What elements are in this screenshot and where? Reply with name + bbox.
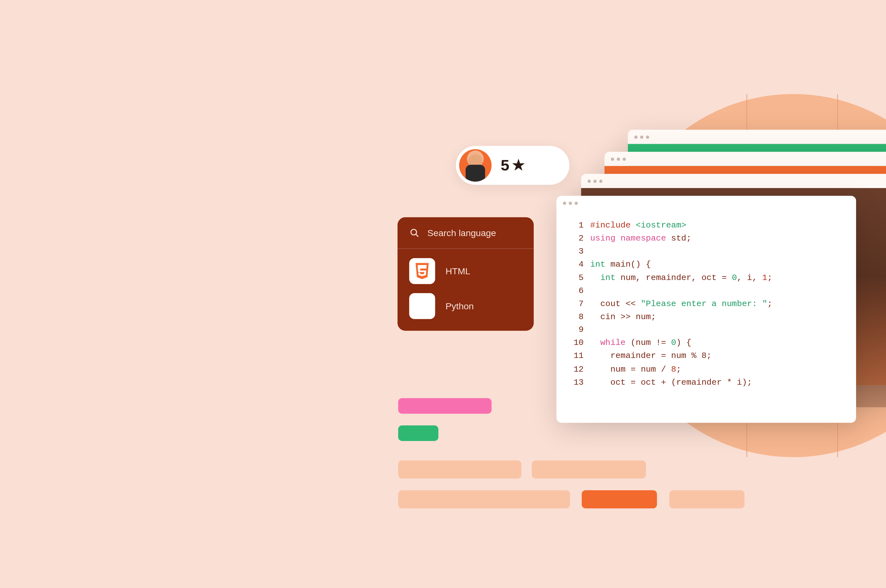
window-titlebar xyxy=(628,130,886,144)
code-line: 1#include <iostream> xyxy=(568,219,844,232)
rating-pill: 5 ★ xyxy=(456,146,570,185)
line-number: 3 xyxy=(568,245,584,258)
code-line-content: oct = oct + (remainder * i); xyxy=(590,376,752,389)
line-number: 12 xyxy=(568,363,584,376)
window-titlebar xyxy=(556,196,856,210)
line-number: 13 xyxy=(568,376,584,389)
rating-score: 5 xyxy=(501,156,509,174)
code-line-content: #include <iostream> xyxy=(590,219,686,232)
decorative-bar xyxy=(398,490,570,508)
code-editor-window: 1#include <iostream>2using namespace std… xyxy=(556,196,856,423)
code-line-content: int main() { xyxy=(590,258,651,272)
line-number: 8 xyxy=(568,310,584,324)
rating-value: 5 ★ xyxy=(501,156,525,174)
line-number: 2 xyxy=(568,232,584,245)
line-number: 6 xyxy=(568,285,584,297)
line-number: 10 xyxy=(568,337,584,350)
window-titlebar xyxy=(604,152,886,166)
decorative-bar xyxy=(582,490,657,508)
decorative-bar xyxy=(532,460,646,478)
code-line-content: cout << "Please enter a number: "; xyxy=(590,297,772,310)
search-icon xyxy=(409,228,420,238)
decorative-bar xyxy=(398,398,491,414)
code-line: 10 while (num != 0) { xyxy=(568,337,844,350)
code-line-content: cin >> num; xyxy=(590,310,656,324)
decorative-bar xyxy=(669,490,744,508)
star-icon: ★ xyxy=(512,157,525,174)
code-line: 6 xyxy=(568,285,844,297)
decorative-bar xyxy=(398,425,438,441)
code-line-content: remainder = num % 8; xyxy=(590,350,712,363)
svg-line-1 xyxy=(416,234,418,236)
code-line-content: while (num != 0) { xyxy=(590,337,691,350)
code-line-content: using namespace std; xyxy=(590,232,691,245)
code-line: 12 num = num / 8; xyxy=(568,363,844,376)
code-line-content: int num, remainder, oct = 0, i, 1; xyxy=(590,272,772,285)
code-line-content: num = num / 8; xyxy=(590,363,681,376)
code-line: 11 remainder = num % 8; xyxy=(568,350,844,363)
decorative-bar xyxy=(398,460,521,478)
line-number: 7 xyxy=(568,297,584,310)
code-line: 5 int num, remainder, oct = 0, i, 1; xyxy=(568,272,844,285)
search-input[interactable]: Search language xyxy=(398,218,534,249)
line-number: 11 xyxy=(568,350,584,363)
language-label: Python xyxy=(446,301,474,312)
code-line: 4int main() { xyxy=(568,258,844,272)
avatar xyxy=(459,149,492,182)
language-item-python[interactable]: Python xyxy=(398,284,534,319)
line-number: 4 xyxy=(568,258,584,272)
language-label: HTML xyxy=(446,266,470,276)
code-line: 2using namespace std; xyxy=(568,232,844,245)
line-number: 1 xyxy=(568,219,584,232)
line-number: 5 xyxy=(568,272,584,285)
language-item-html[interactable]: HTML xyxy=(398,249,534,284)
code-editor-content: 1#include <iostream>2using namespace std… xyxy=(556,210,856,398)
code-line: 13 oct = oct + (remainder * i); xyxy=(568,376,844,389)
code-line: 8 cin >> num; xyxy=(568,310,844,324)
code-line: 9 xyxy=(568,324,844,337)
line-number: 9 xyxy=(568,324,584,337)
window-titlebar xyxy=(581,174,886,188)
language-search-panel: Search language HTML Python xyxy=(398,218,534,331)
blank-icon xyxy=(409,293,435,319)
search-placeholder: Search language xyxy=(427,228,496,238)
code-line: 7 cout << "Please enter a number: "; xyxy=(568,297,844,310)
html5-icon xyxy=(409,258,435,284)
code-line: 3 xyxy=(568,245,844,258)
svg-point-0 xyxy=(411,230,417,235)
